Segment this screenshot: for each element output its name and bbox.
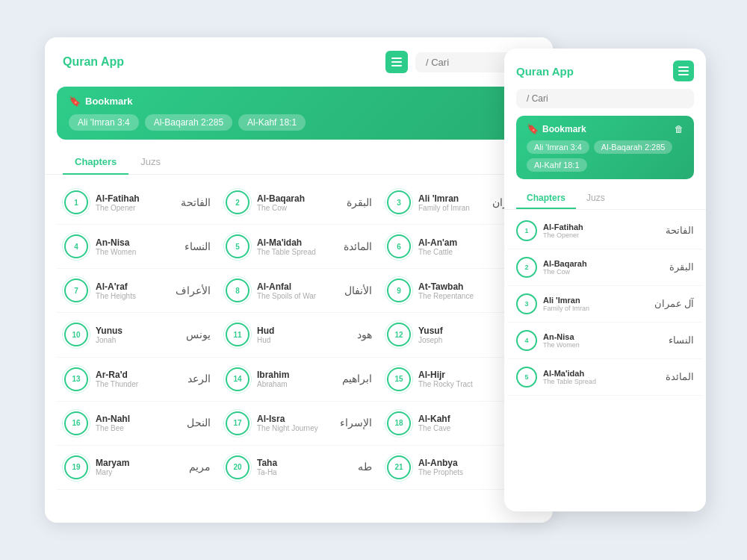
overlay-menu-button[interactable] xyxy=(673,60,694,81)
chapter-arabic: يونس xyxy=(186,329,211,341)
chapter-info: Ar-Ra'd The Thunder xyxy=(96,370,180,388)
overlay-tag-3[interactable]: Al-Kahf 18:1 xyxy=(527,158,587,172)
overlay-num-badge: 1 xyxy=(516,220,537,241)
chapter-item[interactable]: 19 Maryam Mary مريم xyxy=(57,446,218,490)
chapter-item[interactable]: 7 Al-A'raf The Heights الأعراف xyxy=(57,269,218,313)
overlay-chapters: 1 Al-Fatihah The Opener الفاتحة 2 Al-Baq… xyxy=(504,213,706,482)
chapter-name: Al-Isra xyxy=(257,414,332,424)
overlay-chapter-item[interactable]: 3 Ali 'Imran Family of Imran آل عمران xyxy=(507,286,703,323)
chapter-num-badge: 11 xyxy=(226,323,249,346)
menu-icon xyxy=(391,57,402,66)
bookmark-icon: 🔖 xyxy=(69,96,81,107)
chapter-num-badge: 18 xyxy=(387,411,411,435)
chapter-name: Al-Kahf xyxy=(418,414,498,424)
overlay-tab-juzs[interactable]: Juzs xyxy=(576,188,616,209)
overlay-tabs: Chapters Juzs xyxy=(504,188,706,210)
overlay-chapter-item[interactable]: 1 Al-Fatihah The Opener الفاتحة xyxy=(507,213,703,249)
bookmark-label: Bookmark xyxy=(85,96,133,107)
overlay-chapter-meaning: The Table Spread xyxy=(543,378,660,385)
chapter-meaning: The Bee xyxy=(96,424,179,432)
trash-icon[interactable]: 🗑 xyxy=(675,124,684,134)
chapter-meaning: The Night Journey xyxy=(257,424,332,432)
bookmark-tag-1[interactable]: Ali 'Imran 3:4 xyxy=(69,114,139,131)
chapter-arabic: الفاتحة xyxy=(181,196,211,209)
overlay-chapter-info: Ali 'Imran Family of Imran xyxy=(543,296,648,312)
bookmark-tag-3[interactable]: Al-Kahf 18:1 xyxy=(238,114,306,131)
chapter-arabic: ابراهيم xyxy=(342,373,372,385)
chapter-item[interactable]: 11 Hud Hud هود xyxy=(218,313,379,357)
chapters-grid: 1 Al-Fatihah The Opener الفاتحة 2 Al-Baq… xyxy=(45,175,553,496)
chapter-arabic: مريم xyxy=(189,461,211,473)
chapter-info: Taha Ta-Ha xyxy=(257,458,350,476)
tab-juzs[interactable]: Juzs xyxy=(128,150,173,175)
overlay-chapter-item[interactable]: 4 An-Nisa The Women النساء xyxy=(507,323,703,359)
chapter-item[interactable]: 16 An-Nahl The Bee النحل xyxy=(57,402,218,446)
overlay-chapter-arabic: البقرة xyxy=(669,261,694,273)
chapter-info: Ibrahim Abraham xyxy=(257,370,335,388)
chapter-item[interactable]: 10 Yunus Jonah يونس xyxy=(57,313,218,357)
overlay-chapter-info: Al-Ma'idah The Table Spread xyxy=(543,369,660,385)
chapter-item[interactable]: 13 Ar-Ra'd The Thunder الرعد xyxy=(57,358,218,402)
overlay-chapter-info: An-Nisa The Women xyxy=(543,332,663,349)
chapter-item[interactable]: 17 Al-Isra The Night Journey الإسراء xyxy=(218,402,379,446)
chapter-item[interactable]: 1 Al-Fatihah The Opener الفاتحة xyxy=(57,181,218,225)
overlay-chapter-name: Al-Baqarah xyxy=(543,259,663,268)
app-title: Quran App xyxy=(63,55,124,69)
overlay-chapter-item[interactable]: 5 Al-Ma'idah The Table Spread المائدة xyxy=(507,359,703,396)
chapter-item[interactable]: 20 Taha Ta-Ha طه xyxy=(218,446,379,490)
tabs-row: Chapters Juzs xyxy=(45,140,553,175)
chapter-item[interactable]: 4 An-Nisa The Women النساء xyxy=(57,225,218,269)
overlay-tags: Ali 'Imran 3:4 Al-Baqarah 2:285 Al-Kahf … xyxy=(527,140,684,172)
chapter-meaning: The Cave xyxy=(418,424,498,432)
overlay-tag-1[interactable]: Ali 'Imran 3:4 xyxy=(527,140,589,154)
chapter-meaning: Ta-Ha xyxy=(257,468,350,476)
bookmark-section: 🔖 Bookmark Ali 'Imran 3:4 Al-Baqarah 2:2… xyxy=(57,87,541,140)
chapter-arabic: البقرة xyxy=(347,196,372,209)
chapter-info: Al-An'am The Cattle xyxy=(418,237,499,256)
chapter-item[interactable]: 14 Ibrahim Abraham ابراهيم xyxy=(218,358,379,402)
tab-chapters[interactable]: Chapters xyxy=(63,150,128,175)
overlay-tab-chapters[interactable]: Chapters xyxy=(516,188,576,209)
chapter-item[interactable]: 8 Al-Anfal The Spoils of War الأنفال xyxy=(218,269,379,313)
overlay-chapter-arabic: آل عمران xyxy=(654,298,694,310)
overlay-chapter-arabic: الفاتحة xyxy=(666,225,694,237)
chapter-meaning: The Cattle xyxy=(418,248,499,256)
chapter-info: Al-Anbya The Prophets xyxy=(418,458,500,476)
chapter-meaning: Mary xyxy=(96,468,182,476)
chapter-info: Al-Hijr The Rocky Tract xyxy=(418,370,500,388)
chapter-num-badge: 8 xyxy=(226,279,249,302)
overlay-card: Quran App 🔖 Bookmark 🗑 Ali 'Imran 3:4 Al… xyxy=(504,49,706,511)
overlay-chapter-name: Al-Fatihah xyxy=(543,223,660,231)
chapter-item[interactable]: 5 Al-Ma'idah The Table Spread المائدة xyxy=(218,225,379,269)
overlay-search-input[interactable] xyxy=(516,89,694,108)
chapter-meaning: The Spoils of War xyxy=(257,292,337,300)
chapter-num-badge: 17 xyxy=(226,411,249,435)
overlay-chapter-name: Ali 'Imran xyxy=(543,296,648,305)
chapter-num-badge: 4 xyxy=(64,234,88,258)
menu-button[interactable] xyxy=(385,51,408,73)
chapter-num-badge: 13 xyxy=(64,367,88,391)
chapter-name: Al-Fatihah xyxy=(96,193,173,204)
chapter-name: Al-Ma'idah xyxy=(257,237,336,248)
overlay-bookmark-label: Bookmark xyxy=(542,124,586,134)
bookmark-tag-2[interactable]: Al-Baqarah 2:285 xyxy=(145,114,232,131)
chapter-name: Maryam xyxy=(96,458,182,468)
chapter-name: Al-A'raf xyxy=(96,281,168,292)
chapter-meaning: Hud xyxy=(257,336,350,344)
chapter-name: Hud xyxy=(257,326,350,336)
chapter-arabic: الإسراء xyxy=(340,417,372,429)
chapter-num-badge: 10 xyxy=(64,323,88,346)
chapter-arabic: النساء xyxy=(185,240,211,253)
chapter-arabic: المائدة xyxy=(344,240,372,253)
overlay-bookmark: 🔖 Bookmark 🗑 Ali 'Imran 3:4 Al-Baqarah 2… xyxy=(516,116,694,179)
chapter-meaning: The Thunder xyxy=(96,380,180,388)
overlay-bookmark-icon: 🔖 xyxy=(527,123,539,134)
chapter-name: Yusuf xyxy=(418,326,498,336)
chapter-info: Yusuf Joseph xyxy=(418,326,498,344)
chapter-item[interactable]: 2 Al-Baqarah The Cow البقرة xyxy=(218,181,379,225)
overlay-chapter-item[interactable]: 2 Al-Baqarah The Cow البقرة xyxy=(507,249,703,286)
chapter-name: An-Nahl xyxy=(96,414,179,424)
chapter-meaning: Jonah xyxy=(96,336,179,344)
overlay-chapter-name: An-Nisa xyxy=(543,332,663,341)
overlay-tag-2[interactable]: Al-Baqarah 2:285 xyxy=(594,140,673,154)
